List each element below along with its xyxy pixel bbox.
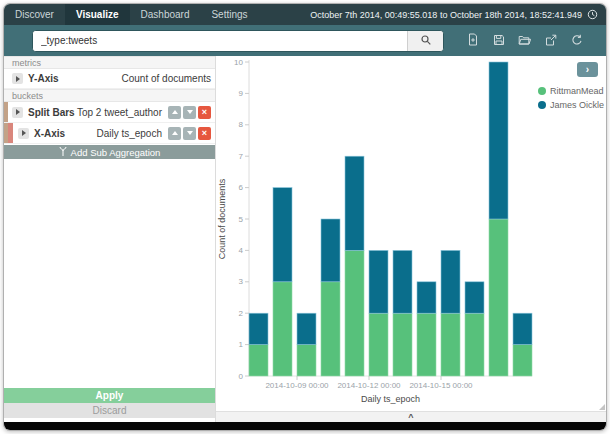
panel-collapse-bar[interactable]: ^ (216, 411, 606, 422)
time-range-text: October 7th 2014, 00:49:55.018 to Octobe… (310, 10, 582, 20)
y-tick-label: 9 (239, 89, 244, 98)
x-tick-label: 2014-10-12 00:00 (337, 381, 401, 390)
bar-segment[interactable] (417, 313, 436, 376)
arrow-down-icon (187, 110, 193, 114)
move-down-button[interactable] (183, 127, 196, 140)
y-axis-agg-row[interactable]: Y-Axis Count of documents (4, 69, 215, 89)
toolbar-icons (466, 34, 583, 47)
refresh-button[interactable] (570, 34, 583, 47)
bar-segment[interactable] (297, 313, 316, 344)
window-bottom-strip (4, 422, 606, 430)
metrics-section-header: metrics (4, 56, 215, 69)
y-tick-label: 8 (239, 120, 244, 129)
close-icon: × (202, 129, 207, 138)
tab-discover-label: Discover (15, 9, 54, 20)
search-input[interactable] (33, 31, 407, 51)
add-sub-aggregation-button[interactable]: Add Sub Aggregation (4, 145, 215, 159)
bar-segment[interactable] (297, 345, 316, 376)
discard-button[interactable]: Discard (4, 403, 215, 418)
y-axis-title: Count of documents (217, 178, 227, 259)
bar-segment[interactable] (321, 282, 340, 376)
y-tick-label: 10 (234, 58, 243, 67)
agg-row-buttons: × (166, 127, 211, 140)
x-axis-label: X-Axis (34, 128, 65, 139)
bar-segment[interactable] (321, 219, 340, 282)
new-document-button[interactable] (466, 34, 479, 47)
split-bars-agg-row[interactable]: Split Bars Top 2 tweet_author × (4, 102, 215, 123)
search-button[interactable] (407, 31, 443, 51)
y-tick-label: 0 (239, 372, 244, 381)
y-tick-label: 5 (239, 215, 244, 224)
move-down-button[interactable] (183, 106, 196, 119)
y-tick-label: 6 (239, 183, 244, 192)
save-button[interactable] (492, 34, 505, 47)
clock-icon (587, 9, 598, 20)
legend-collapse-button[interactable]: › (577, 62, 598, 77)
expand-toggle-button[interactable] (12, 107, 23, 118)
move-up-button[interactable] (168, 106, 181, 119)
tab-dashboard[interactable]: Dashboard (130, 4, 201, 25)
resize-handle[interactable] (599, 404, 605, 410)
caret-right-icon (16, 76, 20, 82)
tab-discover[interactable]: Discover (4, 4, 65, 25)
remove-agg-button[interactable]: × (198, 106, 211, 119)
expand-toggle-button[interactable] (12, 73, 23, 84)
buckets-section-header: buckets (4, 89, 215, 102)
tab-visualize[interactable]: Visualize (65, 4, 130, 25)
x-tick-label: 2014-10-09 00:00 (265, 381, 329, 390)
bar-segment[interactable] (369, 250, 388, 313)
legend-item[interactable]: James Oickle (538, 100, 604, 110)
split-bars-label: Split Bars (28, 107, 75, 118)
export-button[interactable] (544, 34, 557, 47)
split-bars-value: Top 2 tweet_author (77, 107, 162, 118)
close-icon: × (202, 108, 207, 117)
bar-segment[interactable] (441, 313, 460, 376)
apply-label: Apply (96, 390, 124, 401)
save-icon (493, 32, 505, 50)
bar-segment[interactable] (345, 250, 364, 376)
open-folder-button[interactable] (518, 34, 531, 47)
y-axis-label: Y-Axis (28, 73, 59, 84)
move-up-button[interactable] (168, 127, 181, 140)
x-axis-agg-row[interactable]: X-Axis Daily ts_epoch × (4, 123, 215, 144)
agg-row-buttons: × (166, 106, 211, 119)
bar-segment[interactable] (249, 345, 268, 376)
bar-segment[interactable] (489, 62, 508, 219)
time-picker[interactable]: October 7th 2014, 00:49:55.018 to Octobe… (310, 4, 606, 25)
add-sub-aggregation-label: Add Sub Aggregation (71, 147, 161, 158)
arrow-down-icon (187, 131, 193, 135)
bar-segment[interactable] (345, 156, 364, 250)
branch-icon (59, 146, 67, 158)
bar-segment[interactable] (489, 219, 508, 376)
metrics-header-label: metrics (12, 58, 41, 68)
bar-segment[interactable] (273, 282, 292, 376)
bar-segment[interactable] (393, 250, 412, 313)
bar-segment[interactable] (513, 345, 532, 376)
stacked-bar-chart: 0123456789102014-10-09 00:002014-10-12 0… (216, 56, 536, 411)
bar-segment[interactable] (465, 282, 484, 313)
new-document-icon (467, 32, 479, 50)
bar-segment[interactable] (249, 313, 268, 344)
main-area: metrics Y-Axis Count of documents bucket… (4, 56, 606, 422)
caret-right-icon (16, 109, 20, 115)
top-navbar: Discover Visualize Dashboard Settings Oc… (4, 4, 606, 25)
caret-right-icon (22, 130, 26, 136)
y-tick-label: 2 (239, 309, 244, 318)
bar-segment[interactable] (369, 313, 388, 376)
apply-button[interactable]: Apply (4, 388, 215, 403)
legend-item[interactable]: RittmanMead (538, 86, 604, 96)
tab-settings[interactable]: Settings (200, 4, 258, 25)
bar-segment[interactable] (465, 313, 484, 376)
bar-segment[interactable] (273, 188, 292, 282)
chevron-right-icon: › (586, 64, 589, 75)
remove-agg-button[interactable]: × (198, 127, 211, 140)
bar-segment[interactable] (393, 313, 412, 376)
query-bar (4, 25, 606, 56)
chart-panel: 0123456789102014-10-09 00:002014-10-12 0… (216, 56, 606, 422)
x-tick-label: 2014-10-15 00:00 (409, 381, 473, 390)
bar-segment[interactable] (441, 250, 460, 313)
bar-segment[interactable] (417, 282, 436, 313)
bar-segment[interactable] (513, 313, 532, 344)
y-tick-label: 4 (239, 246, 244, 255)
expand-toggle-button[interactable] (18, 128, 29, 139)
